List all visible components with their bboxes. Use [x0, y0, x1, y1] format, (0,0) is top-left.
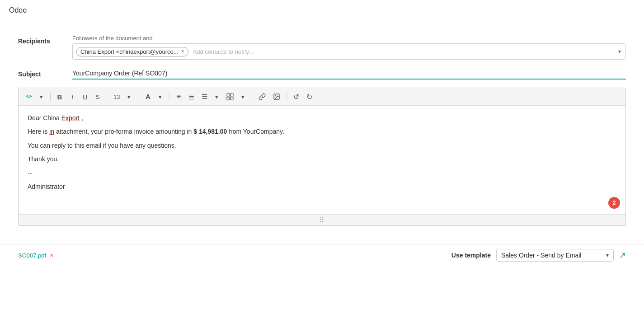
resize-icon: ⠿: [320, 216, 325, 224]
attachment-remove-button[interactable]: ×: [50, 252, 53, 259]
recipient-tag[interactable]: China Export <chinaexport@yourco... ×: [76, 47, 188, 56]
email-editor: ✏ ▾ B I U S 13 ▾ A: [18, 88, 626, 226]
redo-button[interactable]: ↻: [304, 91, 315, 103]
bottom-bar: SO007.pdf × Use template Sales Order - S…: [0, 244, 644, 266]
use-template-label: Use template: [451, 252, 491, 259]
recipients-helper: Followers of the document and: [72, 35, 626, 42]
font-color-group: A ▾: [142, 91, 165, 103]
editor-badge-count: 2: [612, 198, 616, 208]
editor-line1: Dear China Export ,: [28, 113, 616, 123]
subject-field-wrapper: [72, 68, 626, 80]
template-dropdown-arrow-icon[interactable]: ▾: [606, 252, 609, 258]
font-size-button[interactable]: 13: [111, 91, 122, 103]
align-button[interactable]: ☰: [199, 91, 210, 103]
ordered-list-button[interactable]: ≣: [186, 91, 197, 103]
font-color-dropdown[interactable]: ▾: [155, 91, 165, 103]
recipients-row: Recipients Followers of the document and…: [18, 35, 626, 60]
editor-body[interactable]: Dear China Export , Here is in attachmen…: [19, 106, 625, 214]
align-dropdown[interactable]: ▾: [211, 91, 222, 103]
editor-line4: Thank you,: [28, 154, 616, 164]
svg-rect-0: [227, 94, 230, 96]
image-icon: [273, 93, 280, 100]
use-template-section: Use template Sales Order - Send by Email…: [451, 249, 626, 262]
image-button[interactable]: [270, 91, 283, 103]
dialog-content: Recipients Followers of the document and…: [0, 21, 644, 244]
link-button[interactable]: [256, 91, 268, 103]
strikethrough-button[interactable]: S: [92, 91, 103, 103]
font-color-icon: A: [146, 93, 150, 100]
sep6: [287, 92, 287, 101]
editor-line3: You can reply to this email if you have …: [28, 140, 616, 150]
sep5: [252, 92, 252, 101]
add-contacts-placeholder[interactable]: Add contacts to notify...: [193, 48, 254, 55]
recipients-field: Followers of the document and China Expo…: [72, 35, 626, 60]
pen-group: ✏ ▾: [23, 91, 47, 103]
editor-toolbar: ✏ ▾ B I U S 13 ▾ A: [19, 88, 625, 106]
attachment-item: SO007.pdf ×: [18, 252, 53, 259]
subject-label: Subject: [18, 68, 72, 78]
table-dropdown[interactable]: ▾: [237, 91, 248, 103]
undo-button[interactable]: ↺: [291, 91, 302, 103]
link-icon: [259, 93, 266, 100]
bold-button[interactable]: B: [54, 91, 65, 103]
svg-rect-1: [230, 94, 233, 96]
sep1: [50, 92, 51, 101]
editor-resize-handle[interactable]: ⠿: [19, 214, 625, 225]
font-size-value: 13: [113, 94, 120, 100]
template-select-value: Sales Order - Send by Email: [501, 252, 603, 259]
sep4: [169, 92, 169, 101]
bullet-list-button[interactable]: ≡: [173, 91, 184, 103]
amount-bold: $ 14,981.00: [193, 128, 227, 135]
pen-dropdown[interactable]: ▾: [36, 91, 47, 103]
sep2: [107, 92, 107, 101]
editor-line2: Here is in attachment, your pro-forma in…: [28, 126, 616, 136]
table-icon: [226, 93, 234, 100]
svg-rect-2: [227, 97, 230, 100]
template-external-link-icon[interactable]: ↗: [619, 250, 626, 260]
recipients-label: Recipients: [18, 35, 72, 45]
svg-rect-3: [230, 97, 233, 100]
font-size-group: 13 ▾: [111, 91, 134, 103]
table-group: ▾: [224, 91, 248, 103]
recipient-tag-remove[interactable]: ×: [181, 48, 184, 55]
subject-input[interactable]: [72, 68, 626, 80]
app-title: Odoo: [9, 6, 27, 14]
font-color-button[interactable]: A: [142, 91, 154, 103]
recipient-tag-label: China Export <chinaexport@yourco...: [80, 48, 179, 55]
align-group: ☰ ▾: [199, 91, 222, 103]
italic-button[interactable]: I: [67, 91, 78, 103]
recipients-dropdown-icon[interactable]: ▾: [618, 48, 621, 55]
in-underline: in: [49, 128, 54, 135]
china-export-underline: Export: [61, 114, 80, 122]
font-size-dropdown[interactable]: ▾: [123, 91, 134, 103]
attachment-name[interactable]: SO007.pdf: [18, 252, 46, 259]
editor-line6: Administrator: [28, 182, 616, 192]
pen-icon: ✏: [26, 92, 32, 101]
table-button[interactable]: [224, 91, 236, 103]
recipients-input[interactable]: China Export <chinaexport@yourco... × Ad…: [72, 43, 626, 60]
editor-line5: --: [28, 168, 616, 178]
svg-point-5: [275, 95, 276, 96]
underline-button[interactable]: U: [80, 91, 90, 103]
subject-row: Subject: [18, 68, 626, 80]
sep3: [138, 92, 138, 101]
editor-badge: 2: [608, 197, 620, 209]
template-select[interactable]: Sales Order - Send by Email ▾: [496, 249, 614, 262]
pen-button[interactable]: ✏: [23, 91, 35, 103]
app-header: Odoo: [0, 0, 644, 21]
